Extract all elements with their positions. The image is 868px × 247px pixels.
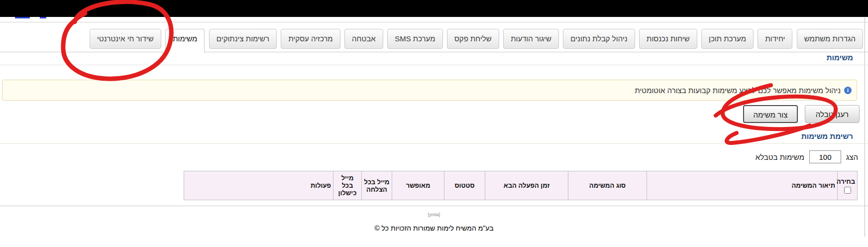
task-table: בחירה תיאור המשימה סוג המשימה זמן הפעלה … <box>184 171 858 200</box>
column-header-enabled: מאופשר <box>392 171 444 200</box>
tab-tasks-active[interactable]: משימות <box>165 29 205 53</box>
footer-note: [ymta] <box>0 212 868 217</box>
task-list-heading: רשימת משימות <box>801 132 853 140</box>
footer-divider <box>0 206 868 206</box>
header-divider <box>0 22 868 22</box>
column-header-select-label: בחירה <box>837 178 855 185</box>
tab-content-system[interactable]: מערכת תוכן <box>701 29 754 49</box>
clipped-link-remnant <box>15 17 30 18</box>
clipped-link-remnant <box>40 17 46 18</box>
annotation-circle-create-button-tail <box>727 125 810 143</box>
content-right-border <box>865 17 865 237</box>
page-title: משימות <box>827 53 853 62</box>
tab-security[interactable]: אבטחה <box>344 29 383 49</box>
column-header-status: סטטוס <box>444 171 485 200</box>
top-black-bar <box>0 0 868 17</box>
show-label: הצג <box>846 153 858 161</box>
info-banner: i ניהול משימות מאפשר לכם לבצע משימות קבו… <box>2 80 857 101</box>
tab-send-fax[interactable]: שליחת פקס <box>447 29 499 49</box>
main-tab-bar: הגדרות משתמש יחידות מערכת תוכן שיחות נכנ… <box>0 29 863 53</box>
column-header-mail-on-success: מייל בכל הצלחה <box>362 171 392 200</box>
column-header-next-run-time: זמן הפעלה הבא <box>485 171 568 200</box>
tab-send-messages[interactable]: שיגור הודעות <box>503 29 559 49</box>
info-banner-text: ניהול משימות מאפשר לכם לבצע משימות קבועו… <box>635 86 841 95</box>
column-header-task-type: סוג המשימה <box>568 171 647 200</box>
create-task-button[interactable]: צור משימה <box>743 105 798 123</box>
list-divider <box>0 143 868 144</box>
title-divider <box>0 65 868 65</box>
column-header-mail-on-failure: מייל בכל כישלון <box>333 171 362 200</box>
rows-count-input[interactable] <box>809 150 841 163</box>
refresh-table-button[interactable]: רענן טבלה <box>805 105 860 123</box>
show-count-row: הצג משימות בטבלא <box>756 150 858 163</box>
column-header-description: תיאור המשימה <box>647 171 838 200</box>
tab-data-management[interactable]: ניהול קבלת נתונים <box>563 29 635 49</box>
tab-live-broadcast[interactable]: שידור חי אינטרנטי <box>90 29 161 49</box>
show-suffix-label: משימות בטבלא <box>756 153 804 161</box>
select-all-checkbox[interactable] <box>844 187 851 194</box>
tabbar-baseline <box>0 52 868 52</box>
column-header-select: בחירה <box>838 171 858 200</box>
tab-tzintuk-lists[interactable]: רשימות צינתוקים <box>209 29 277 49</box>
tab-user-settings[interactable]: הגדרות משתמש <box>797 29 863 49</box>
copyright-text: © כל‎ הזכויות‎ שמורות‎ לימות‎ המשיח‎ בע"… <box>0 224 868 232</box>
tab-business-pbx[interactable]: מרכזיה עסקית <box>281 29 340 49</box>
info-icon[interactable]: i <box>844 87 852 94</box>
table-header-row: בחירה תיאור המשימה סוג המשימה זמן הפעלה … <box>184 171 858 200</box>
tab-incoming-calls[interactable]: שיחות נכנסות <box>639 29 697 49</box>
tab-units[interactable]: יחידות <box>758 29 792 49</box>
tab-sms-system[interactable]: מערכת SMS <box>387 29 442 49</box>
column-header-actions: פעולות <box>184 171 333 200</box>
